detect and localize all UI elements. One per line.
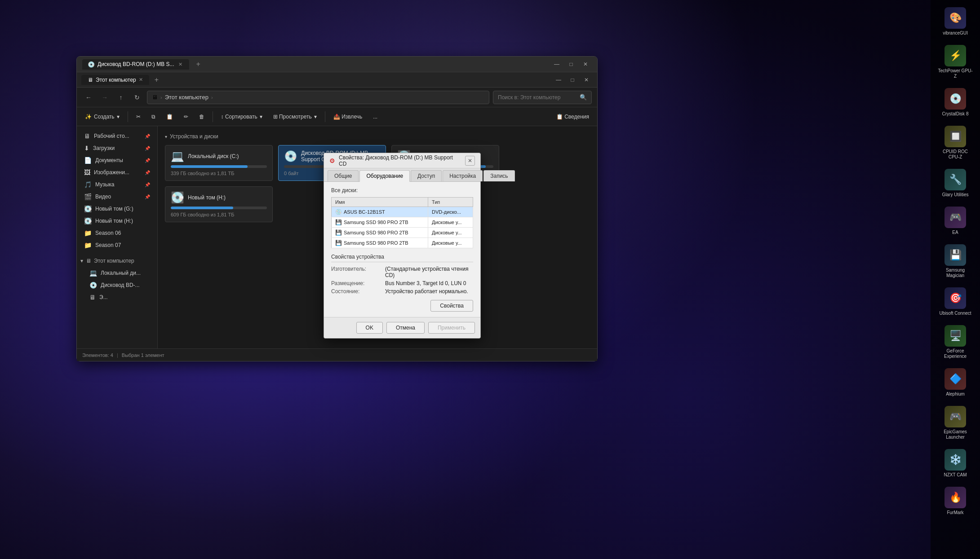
tab-settings[interactable]: Настройка [443, 170, 483, 181]
disk-samsung3-icon: 💾 [335, 240, 342, 246]
tab-settings-label: Настройка [449, 173, 476, 179]
disk-table: Имя Тип 💿ASUS BC-12B1ST DVD-диско... 💾Sa… [331, 197, 473, 248]
device-props-section: Свойства устройства Изготовитель: (Станд… [331, 254, 473, 295]
disk-row-asus-type: DVD-диско... [428, 207, 473, 217]
dialog-title-text: Свойства: Дисковод BD-ROM (D:) MB Suppor… [339, 154, 461, 167]
cancel-button[interactable]: Отмена [386, 322, 425, 334]
disk-row-samsung2-name: 💾Samsung SSD 980 PRO 2TB [332, 228, 428, 238]
properties-dialog: ⚙ Свойства: Дисковод BD-ROM (D:) MB Supp… [324, 153, 481, 339]
ok-button[interactable]: OK [356, 322, 383, 334]
props-row-manufacturer: Изготовитель: (Стандартные устройства чт… [331, 266, 473, 278]
disk-table-header-type: Тип [428, 198, 473, 207]
manufacturer-value: (Стандартные устройства чтения CD) [385, 266, 473, 278]
tab-hardware[interactable]: Оборудование [359, 170, 410, 182]
location-label: Размещение: [331, 280, 385, 286]
disk-row-samsung1[interactable]: 💾Samsung SSD 980 PRO 2TB Дисковые у... [332, 217, 473, 228]
disk-samsung1-icon: 💾 [335, 219, 342, 225]
dialog-content: Все диски: Имя Тип 💿ASUS BC-12B1ST DVD-д… [324, 182, 480, 317]
all-disks-title: Все диски: [331, 187, 473, 194]
disk-row-samsung3[interactable]: 💾Samsung SSD 980 PRO 2TB Дисковые у... [332, 238, 473, 248]
disk-row-asus-name: 💿ASUS BC-12B1ST [332, 207, 428, 217]
tab-general-label: Общие [334, 173, 352, 179]
dialog-tabs: Общие Оборудование Доступ Настройка Запи… [324, 168, 480, 182]
dialog-close-icon: ✕ [468, 158, 472, 164]
props-row-location: Размещение: Bus Number 3, Target Id 0, L… [331, 280, 473, 286]
disk-row-samsung3-name: 💾Samsung SSD 980 PRO 2TB [332, 238, 428, 248]
disk-row-samsung1-name: 💾Samsung SSD 980 PRO 2TB [332, 217, 428, 228]
disk-row-samsung2[interactable]: 💾Samsung SSD 980 PRO 2TB Дисковые у... [332, 228, 473, 238]
manufacturer-label: Изготовитель: [331, 266, 385, 272]
disk-row-asus[interactable]: 💿ASUS BC-12B1ST DVD-диско... [332, 207, 473, 217]
properties-button[interactable]: Свойства [430, 300, 473, 312]
disk-samsung2-icon: 💾 [335, 229, 342, 236]
dialog-close-button[interactable]: ✕ [465, 156, 475, 166]
location-value: Bus Number 3, Target Id 0, LUN 0 [385, 280, 473, 286]
props-btn-row: Свойства [331, 300, 473, 312]
tab-write-label: Запись [490, 173, 508, 179]
dialog-title-icon: ⚙ [329, 157, 335, 164]
tab-access-label: Доступ [417, 173, 435, 179]
disk-row-samsung3-type: Дисковые у... [428, 238, 473, 248]
dialog-title-bar: ⚙ Свойства: Дисковод BD-ROM (D:) MB Supp… [324, 153, 480, 168]
disk-row-samsung1-type: Дисковые у... [428, 217, 473, 228]
tab-hardware-label: Оборудование [366, 173, 403, 179]
props-title: Свойства устройства [331, 254, 473, 262]
apply-button[interactable]: Применить [428, 322, 475, 334]
tab-general[interactable]: Общие [328, 170, 359, 181]
tab-write[interactable]: Запись [483, 170, 514, 181]
dialog-buttons: OK Отмена Применить [324, 317, 480, 338]
status-value: Устройство работает нормально. [385, 288, 473, 295]
status-label: Состояние: [331, 288, 385, 295]
disk-asus-icon: 💿 [335, 209, 342, 215]
disk-row-samsung2-type: Дисковые у... [428, 228, 473, 238]
dialog-overlay: ⚙ Свойства: Дисковод BD-ROM (D:) MB Supp… [0, 0, 980, 559]
props-row-status: Состояние: Устройство работает нормально… [331, 288, 473, 295]
disk-table-header-name: Имя [332, 198, 428, 207]
tab-access[interactable]: Доступ [411, 170, 442, 181]
